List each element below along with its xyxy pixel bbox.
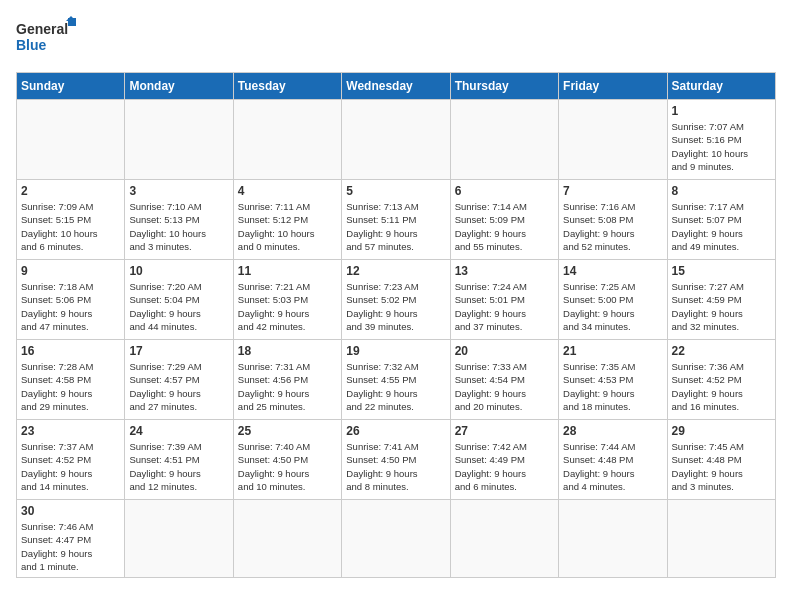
day-header-thursday: Thursday [450,73,558,100]
logo: General Blue [16,16,76,60]
day-number: 7 [563,184,662,198]
calendar-cell [559,500,667,578]
day-number: 11 [238,264,337,278]
day-number: 17 [129,344,228,358]
calendar-cell [450,100,558,180]
calendar-cell: 17Sunrise: 7:29 AM Sunset: 4:57 PM Dayli… [125,340,233,420]
day-info: Sunrise: 7:23 AM Sunset: 5:02 PM Dayligh… [346,280,445,333]
day-info: Sunrise: 7:32 AM Sunset: 4:55 PM Dayligh… [346,360,445,413]
day-number: 4 [238,184,337,198]
day-info: Sunrise: 7:29 AM Sunset: 4:57 PM Dayligh… [129,360,228,413]
calendar-cell: 24Sunrise: 7:39 AM Sunset: 4:51 PM Dayli… [125,420,233,500]
calendar-cell [342,100,450,180]
calendar-cell: 26Sunrise: 7:41 AM Sunset: 4:50 PM Dayli… [342,420,450,500]
day-number: 15 [672,264,771,278]
calendar-cell: 6Sunrise: 7:14 AM Sunset: 5:09 PM Daylig… [450,180,558,260]
calendar-cell [125,100,233,180]
day-info: Sunrise: 7:20 AM Sunset: 5:04 PM Dayligh… [129,280,228,333]
day-number: 13 [455,264,554,278]
day-info: Sunrise: 7:31 AM Sunset: 4:56 PM Dayligh… [238,360,337,413]
day-number: 28 [563,424,662,438]
calendar-cell: 15Sunrise: 7:27 AM Sunset: 4:59 PM Dayli… [667,260,775,340]
calendar-cell: 13Sunrise: 7:24 AM Sunset: 5:01 PM Dayli… [450,260,558,340]
calendar-cell [667,500,775,578]
day-info: Sunrise: 7:37 AM Sunset: 4:52 PM Dayligh… [21,440,120,493]
calendar-cell: 10Sunrise: 7:20 AM Sunset: 5:04 PM Dayli… [125,260,233,340]
day-info: Sunrise: 7:46 AM Sunset: 4:47 PM Dayligh… [21,520,120,573]
day-info: Sunrise: 7:09 AM Sunset: 5:15 PM Dayligh… [21,200,120,253]
day-number: 20 [455,344,554,358]
day-number: 9 [21,264,120,278]
calendar-cell: 21Sunrise: 7:35 AM Sunset: 4:53 PM Dayli… [559,340,667,420]
day-number: 23 [21,424,120,438]
day-info: Sunrise: 7:27 AM Sunset: 4:59 PM Dayligh… [672,280,771,333]
day-number: 25 [238,424,337,438]
calendar-cell: 4Sunrise: 7:11 AM Sunset: 5:12 PM Daylig… [233,180,341,260]
day-number: 6 [455,184,554,198]
day-number: 14 [563,264,662,278]
day-number: 30 [21,504,120,518]
day-number: 27 [455,424,554,438]
day-info: Sunrise: 7:41 AM Sunset: 4:50 PM Dayligh… [346,440,445,493]
day-number: 8 [672,184,771,198]
day-header-saturday: Saturday [667,73,775,100]
calendar-cell [233,500,341,578]
day-number: 2 [21,184,120,198]
day-number: 21 [563,344,662,358]
svg-text:Blue: Blue [16,37,47,53]
day-info: Sunrise: 7:11 AM Sunset: 5:12 PM Dayligh… [238,200,337,253]
calendar-cell: 11Sunrise: 7:21 AM Sunset: 5:03 PM Dayli… [233,260,341,340]
day-number: 24 [129,424,228,438]
day-info: Sunrise: 7:07 AM Sunset: 5:16 PM Dayligh… [672,120,771,173]
calendar-cell: 29Sunrise: 7:45 AM Sunset: 4:48 PM Dayli… [667,420,775,500]
day-info: Sunrise: 7:13 AM Sunset: 5:11 PM Dayligh… [346,200,445,253]
day-header-wednesday: Wednesday [342,73,450,100]
day-info: Sunrise: 7:42 AM Sunset: 4:49 PM Dayligh… [455,440,554,493]
calendar-cell: 7Sunrise: 7:16 AM Sunset: 5:08 PM Daylig… [559,180,667,260]
day-number: 16 [21,344,120,358]
day-number: 5 [346,184,445,198]
day-number: 3 [129,184,228,198]
day-info: Sunrise: 7:45 AM Sunset: 4:48 PM Dayligh… [672,440,771,493]
calendar-cell [125,500,233,578]
day-number: 29 [672,424,771,438]
calendar-cell: 14Sunrise: 7:25 AM Sunset: 5:00 PM Dayli… [559,260,667,340]
calendar-table: SundayMondayTuesdayWednesdayThursdayFrid… [16,72,776,578]
calendar-cell: 8Sunrise: 7:17 AM Sunset: 5:07 PM Daylig… [667,180,775,260]
calendar-cell: 16Sunrise: 7:28 AM Sunset: 4:58 PM Dayli… [17,340,125,420]
day-number: 18 [238,344,337,358]
day-info: Sunrise: 7:17 AM Sunset: 5:07 PM Dayligh… [672,200,771,253]
day-info: Sunrise: 7:44 AM Sunset: 4:48 PM Dayligh… [563,440,662,493]
day-header-tuesday: Tuesday [233,73,341,100]
calendar-cell: 3Sunrise: 7:10 AM Sunset: 5:13 PM Daylig… [125,180,233,260]
calendar-cell: 9Sunrise: 7:18 AM Sunset: 5:06 PM Daylig… [17,260,125,340]
day-number: 12 [346,264,445,278]
day-info: Sunrise: 7:40 AM Sunset: 4:50 PM Dayligh… [238,440,337,493]
page-header: General Blue [16,16,776,60]
calendar-cell: 25Sunrise: 7:40 AM Sunset: 4:50 PM Dayli… [233,420,341,500]
day-header-sunday: Sunday [17,73,125,100]
calendar-cell: 19Sunrise: 7:32 AM Sunset: 4:55 PM Dayli… [342,340,450,420]
svg-text:General: General [16,21,68,37]
calendar-cell: 23Sunrise: 7:37 AM Sunset: 4:52 PM Dayli… [17,420,125,500]
calendar-cell: 27Sunrise: 7:42 AM Sunset: 4:49 PM Dayli… [450,420,558,500]
day-header-monday: Monday [125,73,233,100]
day-info: Sunrise: 7:39 AM Sunset: 4:51 PM Dayligh… [129,440,228,493]
calendar-cell: 1Sunrise: 7:07 AM Sunset: 5:16 PM Daylig… [667,100,775,180]
day-number: 10 [129,264,228,278]
calendar-cell: 5Sunrise: 7:13 AM Sunset: 5:11 PM Daylig… [342,180,450,260]
day-info: Sunrise: 7:28 AM Sunset: 4:58 PM Dayligh… [21,360,120,413]
calendar-cell [450,500,558,578]
calendar-cell [342,500,450,578]
day-info: Sunrise: 7:18 AM Sunset: 5:06 PM Dayligh… [21,280,120,333]
calendar-cell: 20Sunrise: 7:33 AM Sunset: 4:54 PM Dayli… [450,340,558,420]
calendar-cell: 30Sunrise: 7:46 AM Sunset: 4:47 PM Dayli… [17,500,125,578]
day-number: 26 [346,424,445,438]
day-info: Sunrise: 7:21 AM Sunset: 5:03 PM Dayligh… [238,280,337,333]
day-number: 22 [672,344,771,358]
calendar-cell: 2Sunrise: 7:09 AM Sunset: 5:15 PM Daylig… [17,180,125,260]
day-info: Sunrise: 7:33 AM Sunset: 4:54 PM Dayligh… [455,360,554,413]
calendar-cell: 28Sunrise: 7:44 AM Sunset: 4:48 PM Dayli… [559,420,667,500]
day-info: Sunrise: 7:16 AM Sunset: 5:08 PM Dayligh… [563,200,662,253]
logo-icon: General Blue [16,16,76,60]
